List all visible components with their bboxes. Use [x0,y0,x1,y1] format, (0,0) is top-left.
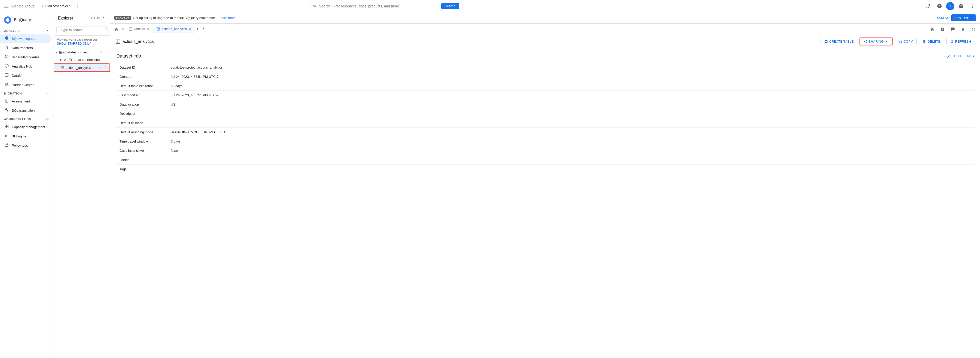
svg-rect-21 [61,66,64,69]
info-table-row: Last modified Jul 24, 2023, 4:56:51 PM U… [116,91,974,100]
bigquery-icon [4,16,11,24]
tab-more-button[interactable] [200,26,207,33]
sidebar-item-label: Data transfers [12,46,33,50]
help-icon[interactable] [956,2,966,11]
tab-bar-right [928,25,978,34]
tab-info-icon[interactable] [938,25,947,34]
info-field-value [168,165,974,174]
sidebar-item-label: Policy tags [12,144,28,147]
sandbox-learn-more-link[interactable]: Learn more [219,16,235,20]
tab-untitled[interactable]: Untitled ✕ [126,26,153,33]
menu-icon[interactable] [3,3,9,9]
add-button[interactable]: + ADD [91,16,100,20]
edit-details-button[interactable]: EDIT DETAILS [947,54,974,58]
info-field-value: ROUNDING_MODE_UNSPECIFIED [168,128,974,137]
actions-analytics-more[interactable]: ⋮ [103,65,107,70]
search-help-icon[interactable]: ? [105,28,107,32]
dataset-toolbar: actions_analytics CREATE TABLE SHARING [110,35,980,48]
sidebar-item-sql-workspace[interactable]: SQL workspace [0,34,51,43]
sidebar-item-bi-engine[interactable]: BI Engine [0,131,51,141]
svg-point-4 [5,36,8,40]
sidebar-item-label: Assessment [12,99,30,103]
sharing-button[interactable]: SHARING [859,37,892,45]
sidebar-item-data-transfers[interactable]: Data transfers [0,43,51,53]
info-field-key: Case insensitive [116,146,168,155]
tab-actions-analytics[interactable]: actions_analytics ✕ [153,26,195,33]
sidebar-item-label: Analytics Hub [12,64,32,68]
sidebar-item-partner-center[interactable]: Partner Center [0,80,51,90]
dataset-icon-small [60,66,64,70]
more-icon[interactable] [968,2,977,11]
explorer-search: ? [54,24,110,36]
svg-rect-13 [7,125,8,126]
create-table-button[interactable]: CREATE TABLE [821,38,858,45]
sandbox-banner: SANDBOX Set up billing to upgrade to the… [110,12,980,24]
search-button[interactable]: Search [441,3,459,9]
tab-home-icon[interactable] [928,25,937,34]
avatar[interactable]: 1 [946,2,955,10]
policy-tags-icon [4,143,9,148]
info-field-key: Data location [116,100,168,109]
sidebar-item-dataform[interactable]: Dataform [0,71,51,80]
tab-expand-icon[interactable] [969,25,978,34]
migration-collapse-icon[interactable] [45,91,49,96]
info-table-row: Default collation [116,118,974,128]
sidebar-item-label: Capacity management [12,125,45,129]
actions-analytics-star[interactable]: ☆ [100,65,103,70]
collapse-icon[interactable] [45,29,49,33]
notifications-icon[interactable] [935,2,944,11]
search-input[interactable] [319,4,439,8]
administration-collapse-icon[interactable] [45,117,49,121]
analytics-hub-icon [4,64,9,69]
untitled-close-icon[interactable]: ✕ [147,27,150,31]
explorer-panel: Explorer + ADD ? Viewing workspace resou… [54,12,110,358]
bi-engine-icon [4,134,9,139]
info-table-row: Dataset ID ydtak-test-project.actions_an… [116,63,974,72]
info-field-value: ydtak-test-project.actions_analytics [168,63,974,72]
apps-icon[interactable] [924,2,933,11]
explorer-search-input[interactable] [61,28,104,32]
expand-icon: ▶ [60,58,62,61]
svg-rect-19 [8,134,8,137]
project-selector[interactable]: YDTAK test project [39,3,78,9]
data-transfers-icon [4,45,9,50]
sidebar-item-capacity-management[interactable]: Capacity management [0,122,51,131]
sidebar-item-scheduled-queries[interactable]: Scheduled queries [0,53,51,62]
svg-rect-18 [7,134,8,137]
external-connections-more[interactable]: ⋮ [104,57,108,62]
tab-chat-icon[interactable] [948,25,958,34]
delete-button[interactable]: DELETE [919,38,944,45]
main-content: SANDBOX Set up billing to upgrade to the… [110,12,980,358]
sidebar-item-assessment[interactable]: Assessment [0,97,51,106]
upgrade-button[interactable]: UPGRADE [951,14,976,21]
show-starred-link[interactable]: SHOW STARRED ONLY [57,42,107,45]
dismiss-button[interactable]: DISMISS [935,14,949,21]
actions-close-icon[interactable]: ✕ [188,27,191,31]
sidebar-item-policy-tags[interactable]: Policy tags [0,141,51,150]
sidebar-item-sql-translation[interactable]: SQL translation [0,106,51,115]
home-close-icon[interactable] [121,27,125,31]
edit-details-label: EDIT DETAILS [952,54,974,58]
project-more[interactable]: ⋮ [104,50,108,55]
copy-button[interactable]: COPY [895,38,917,45]
tab-sparkle-icon[interactable] [958,25,968,34]
collapse-explorer-icon[interactable] [101,15,106,21]
sidebar-item-label: SQL workspace [12,37,35,41]
sidebar-item-analytics-hub[interactable]: Analytics Hub [0,62,51,71]
tree-item-external-connections[interactable]: ▶ External connections ⋮ [54,56,110,64]
svg-rect-2 [4,7,8,8]
project-star[interactable]: ☆ [100,50,103,55]
add-tab-button[interactable]: + [195,26,200,33]
home-icon [115,27,118,31]
info-table-row: Time travel window 7 days [116,137,974,146]
tree-project[interactable]: ▾ ydtak-test-project ☆ ⋮ [54,48,110,56]
sidebar-item-label: SQL translation [12,109,35,112]
refresh-button[interactable]: REFRESH [947,38,975,45]
copy-label: COPY [903,40,913,43]
tree-item-actions-analytics[interactable]: actions_analytics ☆ ⋮ [54,64,110,72]
project-chevron: ▾ [56,51,57,54]
create-table-icon [824,40,828,43]
app-layout: BigQuery Analysis SQL workspace Data tra… [0,12,980,358]
svg-rect-17 [6,135,6,137]
home-tab[interactable] [112,26,121,32]
